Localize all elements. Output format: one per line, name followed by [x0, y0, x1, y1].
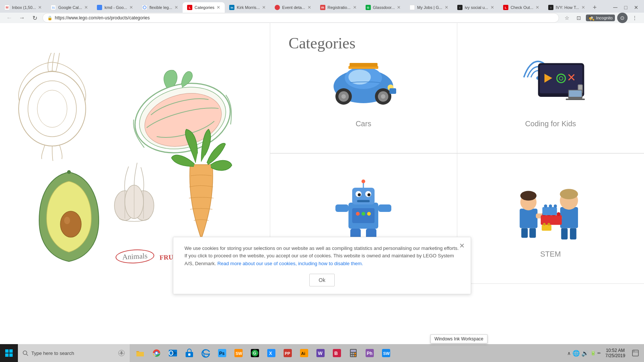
up-arrow-icon[interactable]: ∧: [567, 350, 571, 356]
tab-close-categories[interactable]: ✕: [217, 5, 220, 10]
svg-text:Ph: Ph: [367, 351, 372, 356]
tab-flexible[interactable]: flexible leg... ✕: [138, 2, 183, 13]
tab-close-ivy[interactable]: ✕: [490, 5, 494, 10]
svg-rect-39: [566, 98, 585, 100]
tab-favicon-reg: m: [320, 5, 325, 10]
profile-button[interactable]: ⊙: [617, 13, 628, 23]
folder-icon: [135, 348, 145, 358]
svg-text:SW: SW: [236, 351, 242, 356]
cast-button[interactable]: ⊡: [574, 13, 584, 23]
chrome-taskbar-icon[interactable]: [149, 346, 164, 361]
network-icon[interactable]: 🌐: [572, 350, 580, 357]
tab-close-ivyhow[interactable]: ✕: [581, 5, 585, 10]
tab-ivy[interactable]: i ivy social u... ✕: [453, 2, 499, 13]
pen-icon[interactable]: ✏: [597, 351, 601, 356]
tab-close-gcal[interactable]: ✕: [84, 5, 88, 10]
category-cell-stem[interactable]: STEM: [457, 153, 644, 284]
animals-label: Animals: [115, 248, 155, 264]
svg-point-1: [144, 7, 145, 8]
start-button[interactable]: [0, 344, 18, 362]
svg-rect-119: [351, 350, 356, 352]
file-explorer-icon[interactable]: [133, 346, 148, 361]
edge-icon: [201, 348, 211, 358]
tab-kmd[interactable]: kmd - Goo... ✕: [92, 2, 138, 13]
app12-taskbar-icon[interactable]: B: [329, 346, 344, 361]
svg-point-49: [362, 212, 365, 216]
tab-close-inbox[interactable]: ✕: [38, 5, 42, 10]
cookie-close-button[interactable]: ✕: [459, 242, 465, 250]
tab-checkout[interactable]: L Check Out... ✕: [499, 2, 544, 13]
tab-favicon-ivyhow: i: [548, 5, 553, 10]
tab-close-myjobs[interactable]: ✕: [445, 5, 448, 10]
taskbar-search[interactable]: Type here to search: [18, 344, 130, 362]
app9-taskbar-icon[interactable]: PP: [280, 346, 295, 361]
svg-rect-122: [354, 353, 356, 354]
cookie-banner: ✕ We use cookies for storing your select…: [173, 237, 471, 294]
tab-favicon-checkout: L: [503, 5, 508, 10]
svg-rect-65: [560, 207, 578, 228]
close-button[interactable]: ✕: [631, 3, 641, 12]
app6-taskbar-icon[interactable]: SW: [231, 346, 246, 361]
tab-bar: M Inbox (1,50... ✕ 31 Google Cal... ✕ km…: [0, 0, 644, 13]
tab-close-kirk[interactable]: ✕: [262, 5, 266, 10]
tab-ivyhow[interactable]: i IVY: How T... ✕: [544, 2, 590, 13]
ai-taskbar-icon[interactable]: Ai: [297, 346, 312, 361]
forward-button[interactable]: →: [17, 13, 27, 23]
tab-categories[interactable]: L Categories ✕: [183, 2, 225, 13]
edge-taskbar-icon[interactable]: [198, 346, 213, 361]
svg-point-94: [155, 352, 158, 354]
app11-taskbar-icon[interactable]: W: [313, 346, 328, 361]
tab-gcal[interactable]: 31 Google Cal... ✕: [46, 2, 92, 13]
svg-point-87: [23, 351, 27, 355]
app7-taskbar-icon[interactable]: G: [247, 346, 262, 361]
tab-registration[interactable]: m Registratio... ✕: [316, 2, 361, 13]
outlook-taskbar-icon[interactable]: [165, 346, 180, 361]
refresh-button[interactable]: ↻: [30, 13, 40, 23]
cars-svg: [328, 55, 399, 109]
cookie-link[interactable]: Read more about our use of cookies, incl…: [217, 261, 363, 266]
taskbar-search-text: Type here to search: [31, 350, 74, 356]
calculator-taskbar-icon[interactable]: [346, 346, 361, 361]
tab-close-checkout[interactable]: ✕: [536, 5, 539, 10]
menu-button[interactable]: ⋮: [630, 13, 640, 23]
tab-label-myjobs: My Jobs | G...: [417, 5, 442, 10]
nav-right: ☆ ⊡ 🕵 Incognito ⊙ ⋮: [562, 13, 640, 23]
tab-label-categories: Categories: [195, 5, 214, 10]
app8-taskbar-icon[interactable]: X: [264, 346, 279, 361]
svg-rect-121: [353, 353, 354, 354]
chrome-icon: [152, 348, 161, 358]
ps-taskbar-icon[interactable]: Ps: [215, 346, 230, 361]
minimize-button[interactable]: ─: [610, 3, 620, 12]
notification-button[interactable]: [630, 347, 641, 359]
tab-close-event[interactable]: ✕: [307, 5, 311, 10]
address-bar[interactable]: 🔒 https://www.lego.com/en-us/products/ca…: [42, 13, 559, 23]
app14-taskbar-icon[interactable]: Ph: [362, 346, 377, 361]
new-tab-button[interactable]: +: [590, 2, 600, 13]
app15-taskbar-icon[interactable]: SW: [379, 346, 394, 361]
ai-icon: Ai: [299, 348, 309, 358]
maximize-button[interactable]: □: [621, 3, 631, 12]
tab-glassdoor[interactable]: G Glassdoor... ✕: [361, 2, 405, 13]
tab-inbox[interactable]: M Inbox (1,50... ✕: [0, 2, 46, 13]
svg-text:PP: PP: [285, 351, 290, 356]
cookie-ok-button[interactable]: Ok: [309, 274, 335, 286]
tab-favicon-ivy: i: [457, 5, 463, 10]
speaker-icon[interactable]: 🔊: [581, 350, 589, 357]
store-taskbar-icon[interactable]: [182, 346, 197, 361]
svg-text:G: G: [253, 351, 256, 355]
svg-rect-64: [530, 228, 536, 238]
tab-myjobs[interactable]: My Jobs | G... ✕: [405, 2, 453, 13]
tab-event[interactable]: Event deta... ✕: [270, 2, 316, 13]
back-button[interactable]: ←: [4, 13, 14, 23]
tab-close-kmd[interactable]: ✕: [129, 5, 133, 10]
battery-icon[interactable]: 🔋: [590, 350, 596, 356]
svg-text:W: W: [318, 350, 323, 356]
bookmark-button[interactable]: ☆: [562, 13, 572, 23]
cortana-icon[interactable]: [118, 349, 125, 357]
clock-area[interactable]: 10:52 AM 7/25/2019: [602, 348, 628, 358]
tab-close-glassdoor[interactable]: ✕: [397, 5, 401, 10]
tab-close-flexible[interactable]: ✕: [174, 5, 178, 10]
svg-rect-90: [121, 351, 123, 354]
tab-close-reg[interactable]: ✕: [353, 5, 357, 10]
tab-kirk[interactable]: in Kirk Morris... ✕: [225, 2, 270, 13]
